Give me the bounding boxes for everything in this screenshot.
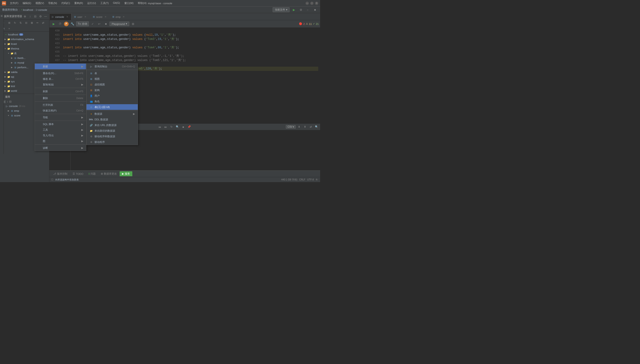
menu-nav[interactable]: 导航(N) [46, 1, 59, 6]
menu-refactor[interactable]: 重构(R) [72, 1, 85, 6]
wrench-btn[interactable]: 🔧 [70, 21, 75, 27]
tx-auto-btn[interactable]: Tx: 自动 [76, 21, 89, 26]
maximize-button[interactable]: □ [310, 2, 314, 5]
ctx-rename[interactable]: 重命名(R)... Shift+F6 [35, 70, 86, 76]
expand-spj[interactable]: ▶ [4, 75, 7, 78]
settings-button-top[interactable]: ⚙ [298, 7, 304, 13]
expand-itheima[interactable]: ▾ [4, 47, 7, 50]
sub-query-console[interactable]: ▷ 查询控制台 Ctrl+Shift+Q [87, 64, 138, 69]
menu-window[interactable]: 窗口(W) [122, 1, 136, 6]
expand-sakila[interactable]: ▶ [4, 71, 7, 74]
history-btn[interactable]: ⏱ [57, 21, 63, 27]
run-button[interactable]: ▶ [291, 7, 297, 13]
result-upload-btn[interactable]: ⬆ [302, 124, 307, 130]
tab-score[interactable]: ⊞ score ✕ [90, 14, 110, 20]
compare-btn[interactable]: ⊟ [24, 20, 29, 25]
sub-user[interactable]: 👤 用户 [87, 93, 138, 98]
ctx-navigate[interactable]: 导航 ▶ [35, 114, 86, 120]
ctx-sql-script[interactable]: SQL 脚本 ▶ [35, 121, 86, 127]
rollback-btn[interactable]: ↩ [96, 21, 102, 27]
ctx-open-list[interactable]: 打开列表 F4 [35, 102, 86, 108]
refresh-btn[interactable]: ↻ [12, 20, 17, 25]
tab-emp-close[interactable]: ✕ [122, 15, 125, 18]
result-stop-btn[interactable]: ■ [181, 124, 186, 130]
current-file-button[interactable]: 当前文件 ▾ [273, 7, 290, 12]
table-view-btn[interactable]: ⊠ [29, 20, 34, 25]
result-search-btn[interactable]: 🔍 [175, 124, 180, 130]
bottom-tab-version-control[interactable]: ⎇ 版本控制 [51, 171, 70, 176]
menu-tools[interactable]: 工具(T) [98, 1, 111, 6]
strip-icon-1[interactable]: ⊞ [1, 15, 3, 17]
expand-performance[interactable]: ▶ [10, 66, 13, 69]
expand-itcast[interactable]: ▶ [4, 42, 7, 45]
encoding[interactable]: UTF-8 [307, 178, 314, 181]
sort-icon[interactable]: ↕ [28, 14, 32, 18]
sub-url-datasource[interactable]: 🔗 来自 URL 的数据源 [87, 122, 138, 128]
sub-view[interactable]: ⊠ 视图 [87, 76, 138, 82]
ctx-refresh[interactable]: 刷新 Ctrl+F5 [35, 88, 86, 94]
expand-emp[interactable]: ▶ [7, 109, 10, 112]
collapse-sidebar-icon[interactable]: — [44, 14, 48, 18]
ctx-quick-doc[interactable]: 快速文档(P) Ctrl+Q [35, 108, 86, 113]
sub-role[interactable]: 👥 角色 [87, 98, 138, 104]
result-refresh-btn[interactable]: ↻ [169, 124, 174, 130]
result-zoom-btn[interactable]: 🔍 [314, 124, 319, 130]
grid-view-btn[interactable]: ⊞ [130, 21, 136, 27]
breadcrumb-console[interactable]: ▷ console [36, 8, 47, 11]
ctx-modify-table[interactable]: 修改 表... Ctrl+F6 [35, 76, 86, 82]
menu-run[interactable]: 运行(U) [85, 1, 98, 6]
sub-path-datasource[interactable]: 📁 来自路径的数据源 [87, 128, 138, 134]
stop-exec-btn[interactable]: ■ [103, 21, 109, 27]
move-btn[interactable]: ⇄ [41, 20, 46, 25]
ctx-new[interactable]: 新建 ▶ [35, 64, 86, 69]
more-btn[interactable]: » [7, 26, 12, 31]
sub-schema[interactable]: ⊞ 架构 [87, 87, 138, 93]
tree-information-schema[interactable]: ▶ 📁 information_schema [0, 37, 49, 42]
menu-help[interactable]: 帮助(H) [136, 1, 148, 6]
expand-itweb[interactable]: ▶ [10, 56, 13, 60]
tab-user[interactable]: ⊞ user ✕ [71, 14, 90, 20]
bottom-tab-problems[interactable]: ℹ 问题 [86, 171, 98, 176]
tab-console[interactable]: ▷ console ✕ [49, 14, 71, 20]
expand-tables[interactable]: ▾ [7, 52, 10, 55]
ctx-diagram[interactable]: 图 ▶ [35, 138, 86, 144]
expand-test[interactable]: ▶ [4, 85, 7, 88]
result-first-btn[interactable]: ⏮ [157, 124, 162, 130]
group-icon[interactable]: ⊟ [33, 14, 37, 18]
settings-sidebar-icon[interactable]: ⚙ [38, 14, 43, 18]
stop-button-top[interactable]: ■ [312, 7, 318, 13]
tree-tables[interactable]: ▾ 📁 表 [0, 51, 49, 56]
sub-ddl-datasource[interactable]: DDL DDL 数据源 [87, 117, 138, 122]
result-download-btn[interactable]: ⬇ [296, 124, 302, 130]
service-group-btn[interactable]: ⊟ [9, 100, 12, 103]
tab-score-close[interactable]: ✕ [104, 15, 107, 18]
expand-sys[interactable]: ▶ [4, 80, 7, 83]
sub-table-old-ui[interactable]: ⊞ 表(工) (旧 UI) [87, 104, 138, 110]
breadcrumb-localhost[interactable]: ⚬ localhost [21, 8, 33, 11]
checkmark-btn[interactable]: ✓ [90, 21, 95, 27]
status-checkbox[interactable]: ☐ [51, 178, 53, 181]
result-last-btn[interactable]: ⏭ [163, 124, 168, 130]
close-button[interactable]: ✕ [315, 2, 318, 5]
sync-btn[interactable]: ⇅ [18, 20, 23, 25]
result-compare-btn[interactable]: ⇄ [308, 124, 313, 130]
tree-localhost[interactable]: ▾ ⚬ localhost 11 [0, 32, 49, 37]
expand-score[interactable]: ▾ [7, 114, 10, 117]
menu-view[interactable]: 视图(V) [34, 1, 46, 6]
sub-table[interactable]: ⊞ 表 [87, 70, 138, 76]
ctx-import-export[interactable]: 导入/导出 ▶ [35, 132, 86, 138]
back-button[interactable]: ← [305, 7, 311, 13]
sub-virtual-view[interactable]: ⊡ 虚拟视图 [87, 82, 138, 87]
minimize-button[interactable]: — [306, 2, 309, 5]
playground-btn[interactable]: Playground ▾ [110, 22, 129, 26]
open-table-btn[interactable]: ⊞ [7, 20, 12, 25]
tab-console-close[interactable]: ✕ [66, 15, 69, 18]
csv-export-btn[interactable]: CSV ▾ [286, 125, 296, 128]
tree-itweb[interactable]: ▶ ⊞ itweb... [0, 56, 49, 60]
expand-information-schema[interactable]: ▶ [4, 38, 7, 40]
expand-mysql-table[interactable]: ▶ [10, 61, 13, 64]
breadcrumb-db[interactable]: 数据库控制台 [2, 8, 18, 12]
tree-itcast[interactable]: ▶ 📁 itcast [0, 42, 49, 46]
expand-world[interactable]: ▶ [4, 90, 7, 92]
tab-user-close[interactable]: ✕ [84, 15, 87, 18]
